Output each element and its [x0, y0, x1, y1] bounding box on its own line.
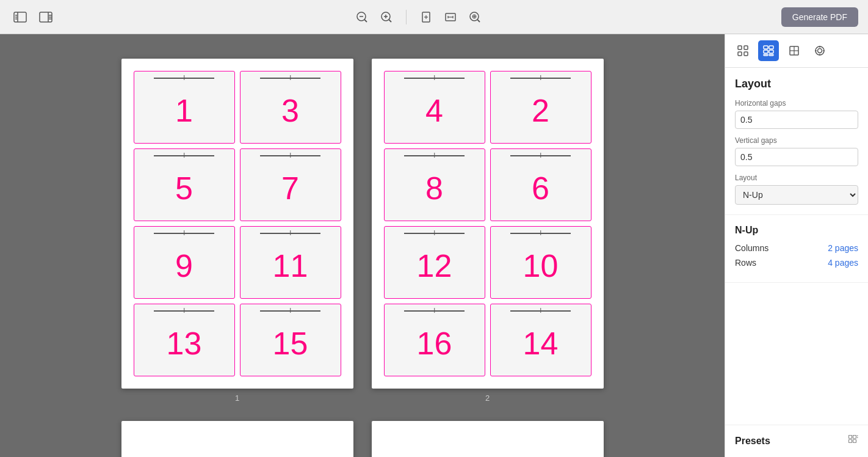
- panel-grid-icon-button[interactable]: [732, 40, 753, 61]
- layout-section-title: Layout: [735, 78, 858, 90]
- fit-width-button[interactable]: [441, 7, 460, 27]
- cell-number: 1: [175, 95, 193, 126]
- cell-15: 15: [240, 304, 341, 376]
- toggle-sidebar-left-button[interactable]: [10, 8, 31, 26]
- cell-tick: [290, 153, 291, 158]
- page-wrapper-3: [121, 421, 353, 457]
- cell-number: 14: [523, 327, 559, 359]
- columns-label: Columns: [735, 243, 769, 253]
- cell-number: 3: [281, 95, 299, 126]
- svg-rect-32: [744, 52, 748, 56]
- cell-number: 9: [175, 250, 193, 282]
- horizontal-gaps-label: Horizontal gaps: [735, 99, 858, 108]
- pages-row-1: 1 3 5: [121, 59, 604, 403]
- layout-select[interactable]: N-Up Booklet Cut Stack: [735, 185, 858, 205]
- right-panel: Layout Horizontal gaps Vertical gaps Lay…: [725, 34, 868, 457]
- cell-tick: [184, 153, 185, 158]
- presets-title: Presets: [735, 436, 770, 447]
- svg-line-16: [389, 20, 391, 22]
- cell-number: 2: [532, 95, 549, 126]
- columns-value[interactable]: 2 pages: [828, 243, 858, 253]
- nup-section: N-Up Columns 2 pages Rows 4 pages: [725, 215, 868, 283]
- cell-4: 4: [384, 71, 485, 144]
- cell-3: 3: [240, 71, 341, 144]
- rows-value[interactable]: 4 pages: [828, 258, 858, 268]
- page-label-1: 1: [235, 393, 239, 403]
- fit-zoom-button[interactable]: [465, 7, 485, 27]
- cell-5: 5: [134, 148, 235, 221]
- svg-rect-34: [769, 46, 773, 49]
- svg-rect-48: [849, 436, 852, 439]
- pages-row-2: [121, 421, 604, 457]
- cell-6: 6: [490, 148, 591, 221]
- cell-number: 5: [175, 172, 193, 204]
- cell-1: 1: [134, 71, 235, 144]
- rows-row: Rows 4 pages: [735, 258, 858, 268]
- cell-13: 13: [134, 304, 235, 376]
- cell-tick: [540, 230, 541, 235]
- layout-label: Layout: [735, 174, 858, 182]
- layout-section: Layout Horizontal gaps Vertical gaps Lay…: [725, 68, 868, 215]
- cell-number: 4: [425, 95, 443, 126]
- cell-number: 6: [532, 172, 549, 204]
- svg-rect-49: [853, 436, 856, 439]
- cell-number: 15: [273, 327, 308, 359]
- fit-page-button[interactable]: [416, 7, 436, 27]
- svg-rect-38: [769, 54, 773, 56]
- svg-rect-30: [744, 46, 748, 49]
- svg-rect-37: [764, 54, 768, 56]
- cell-10: 10: [490, 226, 591, 299]
- rows-label: Rows: [735, 258, 756, 268]
- cell-8: 8: [384, 148, 485, 221]
- page-wrapper-4: [372, 421, 604, 457]
- left-icons-group: [10, 8, 56, 26]
- page-wrapper-1: 1 3 5: [121, 59, 353, 403]
- nup-section-title: N-Up: [735, 225, 858, 236]
- svg-rect-53: [857, 437, 858, 439]
- cell-tick: [184, 75, 185, 80]
- page-sheet-1: 1 3 5: [121, 59, 353, 389]
- cell-2: 2: [490, 71, 591, 144]
- zoom-in-button[interactable]: [377, 7, 396, 27]
- presets-grid-icon[interactable]: [848, 435, 858, 447]
- svg-rect-50: [849, 440, 852, 443]
- page-sheet-3: [121, 421, 353, 457]
- cell-9: 9: [134, 226, 235, 299]
- generate-pdf-button[interactable]: Generate PDF: [781, 7, 858, 27]
- cell-number: 12: [417, 250, 452, 282]
- cell-tick: [184, 308, 185, 313]
- panel-nup-icon-button[interactable]: [758, 40, 779, 61]
- svg-rect-33: [764, 46, 768, 49]
- svg-point-42: [816, 46, 824, 55]
- cell-tick: [290, 230, 291, 235]
- cell-number: 10: [523, 250, 559, 282]
- svg-point-43: [818, 49, 822, 53]
- cell-tick: [540, 153, 541, 158]
- rows-unit: pages: [835, 258, 858, 268]
- horizontal-gaps-input[interactable]: [735, 111, 858, 129]
- cell-12: 12: [384, 226, 485, 299]
- cell-tick: [434, 308, 435, 313]
- cell-tick: [434, 230, 435, 235]
- svg-rect-52: [857, 436, 858, 437]
- svg-line-25: [477, 20, 480, 22]
- toolbar-divider: [406, 10, 407, 24]
- zoom-out-button[interactable]: [352, 7, 372, 27]
- svg-line-12: [364, 20, 367, 22]
- cell-tick: [290, 75, 291, 80]
- canvas-area[interactable]: 1 3 5: [0, 34, 725, 457]
- cell-tick: [184, 230, 185, 235]
- cell-tick: [290, 308, 291, 313]
- cell-tick: [540, 75, 541, 80]
- toggle-sidebar-right-button[interactable]: [35, 8, 56, 26]
- svg-rect-35: [764, 50, 768, 53]
- vertical-gaps-input[interactable]: [735, 148, 858, 166]
- cell-number: 8: [425, 172, 443, 204]
- panel-impose-icon-button[interactable]: [784, 40, 805, 61]
- cell-11: 11: [240, 226, 341, 299]
- panel-spacer: [725, 283, 868, 425]
- svg-rect-29: [738, 46, 742, 49]
- panel-target-icon-button[interactable]: [809, 40, 830, 61]
- cell-7: 7: [240, 148, 341, 221]
- zoom-icons-group: [352, 7, 485, 27]
